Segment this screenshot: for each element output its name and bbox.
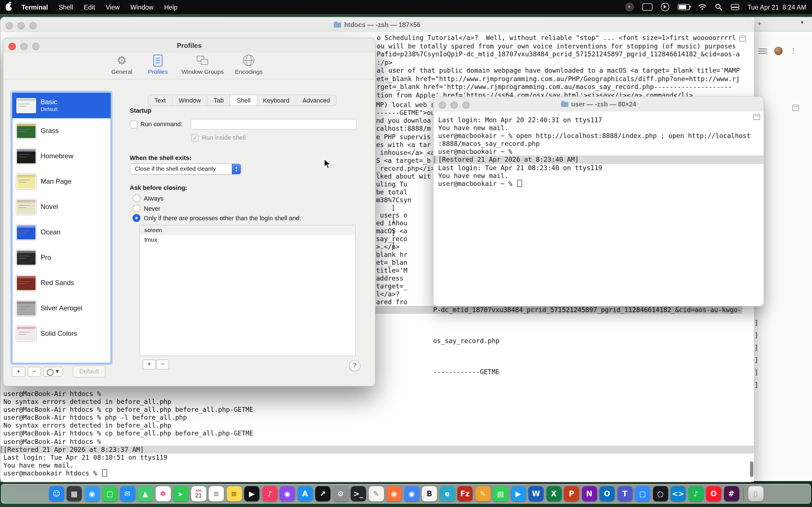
dock-item-safari[interactable]: ◉ <box>84 486 100 501</box>
radio-option-always[interactable]: Always <box>133 194 163 202</box>
profile-item-basic[interactable]: BasicDefault <box>12 93 110 118</box>
run-command-checkbox[interactable] <box>130 121 138 128</box>
add-process-button[interactable]: + <box>143 359 156 370</box>
menubar-item-help[interactable]: Help <box>164 4 177 10</box>
play-circle-icon[interactable] <box>661 3 669 11</box>
user-terminal-window[interactable]: user — -zsh — 80×24 Last login: Mon Apr … <box>433 96 764 306</box>
wifi-icon[interactable] <box>698 4 706 10</box>
dock-item-edge[interactable]: e <box>440 486 455 501</box>
control-center-icon[interactable] <box>730 4 739 10</box>
tab-tab[interactable]: Tab <box>207 95 231 105</box>
menubar-item-window[interactable]: Window <box>130 4 153 10</box>
dock-item-numbers[interactable]: ▤ <box>493 486 508 501</box>
dock-item-maps[interactable]: ▲ <box>138 486 153 501</box>
dock-item-messages[interactable]: ▢ <box>102 486 117 501</box>
dock-item-launchpad[interactable]: ▦ <box>66 486 82 501</box>
minimize-button[interactable] <box>20 43 28 50</box>
dock-item-system-settings[interactable]: ⚙ <box>333 486 348 501</box>
remove-profile-button[interactable]: − <box>28 367 41 377</box>
new-tab-icon[interactable]: + <box>757 19 762 27</box>
dock-item-finder[interactable]: ☺ <box>49 486 64 501</box>
htdocs-titlebar[interactable]: htdocs — -zsh — 187×56 <box>1 17 754 33</box>
help-button[interactable]: ? <box>349 360 360 371</box>
profile-item-solid-colors[interactable]: Solid Colors <box>12 321 110 346</box>
tab-window[interactable]: Window <box>172 95 207 105</box>
zoom-button[interactable] <box>462 101 470 108</box>
battery-icon[interactable] <box>677 4 689 10</box>
search-icon[interactable] <box>715 3 722 11</box>
dock-item-zoom[interactable]: ▢ <box>635 486 650 501</box>
close-button[interactable] <box>439 101 446 108</box>
profile-item-homebrew[interactable]: Homebrew <box>12 144 110 169</box>
dock-item-chrome[interactable]: ◉ <box>404 486 419 501</box>
dock-item-calendar[interactable]: APR21 <box>191 486 206 501</box>
filters-icon[interactable] <box>758 48 767 54</box>
set-default-button[interactable]: Default <box>73 365 105 378</box>
dock-item-excel[interactable]: X <box>546 486 561 501</box>
dock-item-terminal[interactable]: >_ <box>351 486 366 501</box>
profile-item-pro[interactable]: Pro <box>12 245 110 270</box>
toolbar-item-general[interactable]: ⚙General <box>109 54 134 75</box>
dock-item-spotify[interactable]: ♪ <box>688 486 703 501</box>
run-inside-shell-checkbox[interactable]: ✓ <box>191 134 199 142</box>
run-command-input[interactable] <box>191 119 356 129</box>
user-titlebar[interactable]: user — -zsh — 80×24 <box>434 97 763 112</box>
dock-item-word[interactable]: W <box>528 486 544 501</box>
prefs-titlebar[interactable]: Profiles <box>3 38 375 53</box>
profile-item-red-sands[interactable]: Red Sands <box>12 270 110 296</box>
dock-item-slack[interactable]: # <box>724 486 739 501</box>
app-status-icon[interactable] <box>625 3 633 11</box>
scrollbar-thumb[interactable] <box>750 461 753 477</box>
menubar-item-edit[interactable]: Edit <box>84 4 95 10</box>
tab-advanced[interactable]: Advanced <box>296 95 336 105</box>
close-button[interactable] <box>8 43 16 50</box>
user-terminal-content[interactable]: Last login: Mon Apr 20 22:40:31 on ttys1… <box>434 112 763 306</box>
dock-item-vscode[interactable]: <> <box>670 486 686 501</box>
dock-item-mail[interactable]: ✉ <box>120 486 135 501</box>
chevron-down-icon[interactable]: ▾ <box>801 19 804 25</box>
profiles-list[interactable]: BasicDefaultGrassHomebrewMan PageNovelOc… <box>12 93 111 363</box>
remove-process-button[interactable]: − <box>156 359 169 370</box>
process-list[interactable]: screentmux <box>139 225 356 356</box>
profile-item-grass[interactable]: Grass <box>12 118 110 144</box>
dock-item-powerpoint[interactable]: P <box>564 486 579 501</box>
profile-actions-menu-button[interactable]: ⋯ ▾ <box>43 367 63 377</box>
tab-shell[interactable]: Shell <box>230 95 257 106</box>
process-item-screen[interactable]: screen <box>140 225 355 235</box>
dock-item-podcasts[interactable]: ◉ <box>280 486 295 501</box>
add-profile-button[interactable]: + <box>12 367 26 377</box>
dock-item-stocks[interactable]: ↗ <box>315 486 331 501</box>
tab-keyboard[interactable]: Keyboard <box>257 95 296 105</box>
dock-item-filezilla[interactable]: Fz <box>457 486 472 501</box>
dock-item-textedit[interactable]: ✎ <box>368 486 384 501</box>
dock-item-photos[interactable]: ✽ <box>155 486 170 501</box>
profile-item-novel[interactable]: Novel <box>12 194 110 220</box>
dock-item-opera[interactable]: O <box>706 486 721 501</box>
toolbar-item-encodings[interactable]: Encodings <box>235 54 262 75</box>
dock-item-pages[interactable]: ✎ <box>475 486 490 501</box>
menubar-item-view[interactable]: View <box>106 4 119 10</box>
dock-item-music[interactable]: ♪ <box>262 486 277 501</box>
dock-item-outlook[interactable]: O <box>599 486 615 501</box>
apple-menu-icon[interactable] <box>6 3 12 11</box>
dock-item-tv[interactable]: ▶ <box>244 486 259 501</box>
toolbar-item-window-groups[interactable]: Window Groups <box>182 54 223 75</box>
profile-item-man-page[interactable]: Man Page <box>12 169 110 194</box>
menubar-item-terminal[interactable]: Terminal <box>21 4 48 10</box>
close-button[interactable] <box>6 22 13 29</box>
dock-item-firefox[interactable]: ◉ <box>386 486 402 501</box>
dock-item-keynote[interactable]: ▶ <box>511 486 526 501</box>
menubar-item-shell[interactable]: Shell <box>59 4 73 10</box>
profile-item-ocean[interactable]: Ocean <box>12 220 110 245</box>
process-item-tmux[interactable]: tmux <box>140 235 355 244</box>
zoom-button[interactable] <box>29 22 37 29</box>
keyboard-icon[interactable] <box>642 3 652 11</box>
dock-item-app-store[interactable]: A <box>297 486 313 501</box>
terminal-preferences-window[interactable]: Profiles ⚙GeneralProfilesWindow GroupsEn… <box>3 38 375 386</box>
menubar-clock[interactable]: Tue Apr 21 8:24 AM <box>748 4 806 10</box>
profile-item-silver-aerogel[interactable]: Silver Aerogel <box>12 296 110 321</box>
dock-item-facetime[interactable]: ▸ <box>173 486 188 501</box>
more-options-icon[interactable]: ⋮ <box>790 47 797 54</box>
dock-item-trash[interactable]: ▯ <box>748 486 763 501</box>
dock-item-notes[interactable]: ≡ <box>226 486 242 501</box>
